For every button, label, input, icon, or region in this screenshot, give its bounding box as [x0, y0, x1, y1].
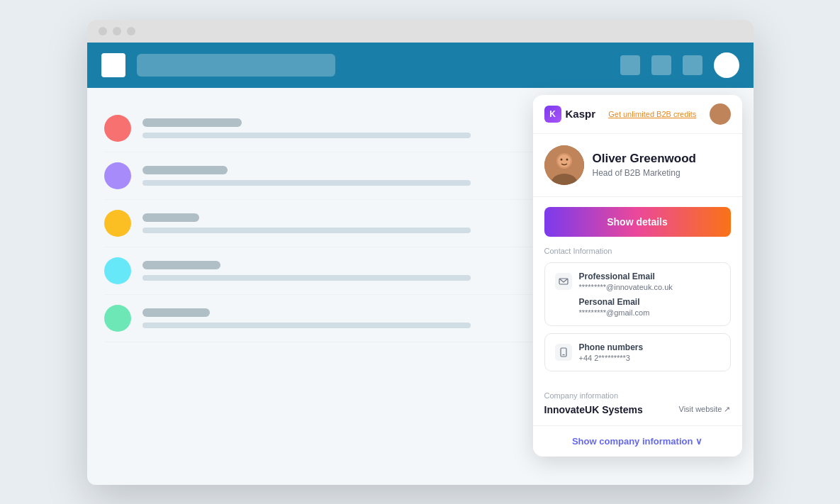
browser-dot-1	[99, 27, 107, 35]
list-avatar	[104, 257, 131, 284]
kaspr-credits-link[interactable]: Get unlimited B2B credits	[608, 110, 696, 118]
list-sub-bar	[142, 133, 471, 138]
personal-email-label: Personal Email	[579, 297, 673, 307]
kaspr-brand-name: Kaspr	[566, 108, 596, 120]
header-icon-1[interactable]	[620, 55, 640, 75]
header-logo	[101, 53, 125, 77]
list-sub-bar	[142, 228, 471, 233]
app-header	[87, 43, 754, 88]
svg-point-3	[558, 155, 571, 167]
email-card-row: Professional Email *********@innovateuk.…	[555, 271, 720, 317]
phone-icon	[555, 344, 572, 361]
list-name-bar	[142, 118, 242, 127]
phone-card-row: Phone numbers +44 2*********3	[555, 342, 720, 362]
company-section-label: Company information	[544, 391, 731, 400]
personal-email-value: *********@gmail.com	[579, 308, 673, 317]
list-avatar	[104, 115, 131, 142]
company-name: InnovateUK Systems	[544, 404, 643, 415]
kaspr-logo-area: K Kaspr	[544, 106, 596, 123]
kaspr-logo-icon: K	[544, 106, 561, 123]
phone-details: Phone numbers +44 2*********3	[579, 342, 644, 362]
header-icon-3[interactable]	[683, 55, 702, 75]
browser-dot-3	[127, 27, 135, 35]
email-contact-card: Professional Email *********@innovateuk.…	[544, 262, 731, 326]
list-name-bar	[142, 166, 228, 174]
pro-email-value: *********@innovateuk.co.uk	[579, 283, 673, 291]
phone-contact-card: Phone numbers +44 2*********3	[544, 333, 731, 371]
svg-point-5	[566, 158, 568, 160]
list-name-bar	[142, 308, 210, 317]
phone-value: +44 2*********3	[579, 354, 644, 362]
kaspr-header: K Kaspr Get unlimited B2B credits	[533, 95, 742, 134]
list-name-bar	[142, 213, 199, 222]
list-avatar	[104, 162, 131, 189]
kaspr-profile-section: Oliver Greenwood Head of B2B Marketing	[533, 134, 742, 197]
show-details-button[interactable]: Show details	[544, 207, 731, 237]
kaspr-profile-avatar	[544, 145, 584, 185]
list-sub-bar	[142, 275, 471, 281]
company-section: Company information InnovateUK Systems V…	[533, 383, 742, 415]
browser-chrome	[87, 20, 754, 43]
contact-section-label: Contact Information	[544, 247, 731, 255]
header-user-avatar[interactable]	[714, 52, 739, 78]
list-name-bar	[142, 261, 220, 269]
kaspr-profile-name: Oliver Greenwood	[593, 152, 696, 166]
list-avatar	[104, 210, 131, 237]
visit-website-link[interactable]: Visit website ↗	[679, 405, 731, 414]
list-sub-bar	[142, 323, 471, 328]
email-details: Professional Email *********@innovateuk.…	[579, 271, 673, 317]
browser-window: K Kaspr Get unlimited B2B credits	[87, 20, 754, 485]
profile-avatar-illustration	[544, 145, 584, 185]
svg-rect-7	[561, 348, 566, 357]
email-icon	[555, 273, 572, 290]
pro-email-label: Professional Email	[579, 271, 673, 281]
contact-info-section: Contact Information Professional Email	[533, 247, 742, 383]
company-row: InnovateUK Systems Visit website ↗	[544, 404, 731, 415]
kaspr-popup-card: K Kaspr Get unlimited B2B credits	[533, 95, 742, 457]
show-company-button[interactable]: Show company information ∨	[533, 425, 742, 457]
list-sub-bar	[142, 180, 471, 186]
kaspr-profile-info: Oliver Greenwood Head of B2B Marketing	[593, 152, 696, 177]
kaspr-profile-title: Head of B2B Marketing	[593, 168, 696, 178]
svg-point-4	[560, 158, 562, 160]
browser-dot-2	[113, 27, 121, 35]
main-content: K Kaspr Get unlimited B2B credits	[87, 88, 754, 485]
header-search-bar[interactable]	[137, 54, 335, 77]
kaspr-header-user-avatar[interactable]	[710, 103, 731, 125]
phone-label: Phone numbers	[579, 342, 644, 352]
header-icon-2[interactable]	[651, 55, 671, 75]
list-avatar	[104, 305, 131, 332]
